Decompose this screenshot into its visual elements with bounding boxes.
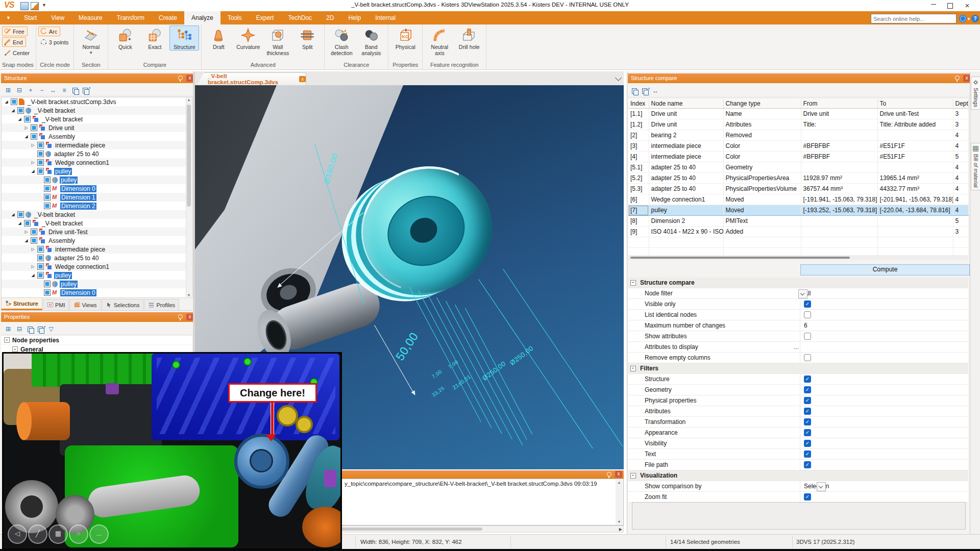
fit-width-icon[interactable]: ↔ <box>651 87 659 95</box>
expand-all-icon[interactable]: ⊞ <box>4 86 12 94</box>
checkbox-physical-properties[interactable]: ✓ <box>804 397 811 404</box>
collapse-selected-icon[interactable]: − <box>38 86 46 94</box>
ribbon-button-center[interactable]: Center <box>2 48 33 58</box>
setting-row-transformation[interactable]: Transformation✓ <box>628 417 968 428</box>
column-header-from[interactable]: From <box>801 99 877 109</box>
filter-icon[interactable]: ▽ <box>47 325 55 333</box>
column-header-node-name[interactable]: Node name <box>649 99 723 109</box>
ribbon-button-arc[interactable]: Arc <box>38 27 61 36</box>
tree-node-intermediate-piece[interactable]: ▷intermediate piece <box>2 141 186 149</box>
visibility-checkbox[interactable] <box>44 185 51 192</box>
expand-all-icon[interactable]: ⊞ <box>4 325 12 333</box>
checkbox-visibility[interactable]: ✓ <box>804 440 811 447</box>
tab-views[interactable]: Views <box>69 299 101 310</box>
tree-expander-icon[interactable]: ▷ <box>30 143 36 147</box>
checkbox-transformation[interactable]: ✓ <box>804 418 811 425</box>
checkbox-geometry[interactable]: ✓ <box>804 386 811 393</box>
tab-selections[interactable]: Selections <box>102 299 144 310</box>
tree-node-v-belt-bracket[interactable]: ◢_V-belt bracket <box>2 210 186 219</box>
ribbon-button-draft[interactable]: Draft <box>204 26 233 51</box>
overlay-ghost-button[interactable]: ╱ <box>28 524 47 544</box>
list-view-icon[interactable]: ≡ <box>60 86 68 94</box>
table-row[interactable]: [5.1]adapter 25 to 40Geometry4 <box>628 162 968 173</box>
checkbox-text[interactable]: ✓ <box>804 450 811 458</box>
visibility-checkbox[interactable] <box>37 263 44 270</box>
tree-node-dimension-0[interactable]: MDimension 0 <box>2 184 186 193</box>
visibility-checkbox[interactable] <box>37 159 44 166</box>
minimize-button[interactable] <box>926 1 941 10</box>
table-row[interactable]: [5.3]adapter 25 to 40PhysicalPropertiesV… <box>628 184 968 194</box>
table-row[interactable]: [1.1]Drive unitNameDrive unitDrive unit-… <box>628 109 968 119</box>
overlay-ghost-button[interactable]: ○ <box>69 524 88 544</box>
ribbon-button-drill-hole[interactable]: Drill hole <box>454 26 484 51</box>
ribbon-tab-help[interactable]: Help <box>341 11 368 24</box>
tree-node-dimension-1[interactable]: MDimension 1 <box>2 193 186 202</box>
tab-list-chevron-icon[interactable] <box>615 74 622 81</box>
visibility-checkbox[interactable] <box>11 98 17 105</box>
visibility-checkbox[interactable] <box>37 255 44 261</box>
collapse-all-icon[interactable]: ⊟ <box>15 86 23 94</box>
column-header-change-type[interactable]: Change type <box>723 99 801 109</box>
checkbox-appearance[interactable]: ✓ <box>804 429 811 436</box>
checkbox-structure[interactable]: ✓ <box>804 375 811 383</box>
settings-section-structure-compare[interactable]: Structure compare <box>628 278 968 288</box>
tree-node-v-belt-bracket[interactable]: ◢_V-belt bracket <box>2 106 186 115</box>
checkbox-attributes[interactable]: ✓ <box>804 408 811 415</box>
setting-row-show-attributes[interactable]: Show attributes <box>628 331 968 342</box>
setting-row-zoom-fit[interactable]: Zoom fit✓ <box>628 492 968 503</box>
collapse-icon[interactable] <box>630 366 636 371</box>
column-header-to[interactable]: To <box>877 99 953 109</box>
tree-node-pulley[interactable]: pulley <box>2 280 186 288</box>
visibility-checkbox[interactable] <box>31 124 37 131</box>
tree-expander-icon[interactable]: ◢ <box>4 99 9 104</box>
overlay-ghost-button[interactable]: ... <box>89 524 109 544</box>
compare-table-scrollbar[interactable] <box>628 255 968 260</box>
tree-node-dimension-2[interactable]: MDimension 2 <box>2 202 186 210</box>
ribbon-tab-measure[interactable]: Measure <box>71 11 110 24</box>
ribbon-button-3-points[interactable]: 3 points <box>38 37 72 47</box>
visibility-checkbox[interactable] <box>17 211 24 218</box>
app-menu-caret-icon[interactable]: ▼ <box>0 11 17 24</box>
setting-row-appearance[interactable]: Appearance✓ <box>628 428 968 438</box>
dropdown-node-filter[interactable] <box>798 289 807 298</box>
tab-profiles[interactable]: Profiles <box>144 299 179 310</box>
setting-row-remove-empty-columns[interactable]: Remove empty columns <box>628 353 968 363</box>
tree-node-pulley[interactable]: pulley <box>2 176 186 184</box>
settings-section-visualization[interactable]: Visualization <box>628 470 968 481</box>
globe-icon[interactable] <box>959 15 967 22</box>
setting-row-physical-properties[interactable]: Physical properties✓ <box>628 395 968 406</box>
document-tab[interactable]: _V-belt bracket.structComp.3dvs x <box>197 72 306 85</box>
compute-button[interactable]: Compute <box>800 264 970 276</box>
checkbox-visible-only[interactable]: ✓ <box>804 300 811 308</box>
maximize-button[interactable] <box>942 1 958 10</box>
tree-scrollbar[interactable]: ▲▼ <box>186 97 193 298</box>
close-icon[interactable]: x <box>615 471 622 478</box>
ribbon-button-curvature[interactable]: Curvature <box>233 26 263 51</box>
collapse-all-icon[interactable]: ⊟ <box>15 325 23 333</box>
visibility-checkbox[interactable] <box>44 177 51 183</box>
visibility-checkbox[interactable] <box>31 133 37 140</box>
setting-row-visible-only[interactable]: Visible only✓ <box>628 299 968 310</box>
visibility-checkbox[interactable] <box>24 116 31 122</box>
tree-node-v-belt-bracket[interactable]: ◢_V-belt bracket <box>2 115 186 123</box>
tree-expander-icon[interactable]: ◢ <box>17 117 22 121</box>
overlay-ghost-button[interactable]: ▦ <box>48 524 68 544</box>
tree-node-assembly[interactable]: ◢Assembly <box>2 236 186 245</box>
search-input[interactable] <box>871 14 957 23</box>
ribbon-tab-create[interactable]: Create <box>152 11 184 24</box>
visibility-checkbox[interactable] <box>44 203 51 209</box>
tree-node-pulley[interactable]: ◢pulley <box>2 167 186 176</box>
tree-node-assembly[interactable]: ◢Assembly <box>2 132 186 141</box>
pin-icon[interactable] <box>178 314 183 319</box>
ribbon-tab-expert[interactable]: Expert <box>249 11 281 24</box>
properties-section-node[interactable]: Node properties <box>1 336 192 344</box>
tab-pmi[interactable]: MPMI <box>43 299 69 310</box>
table-row[interactable]: [2]bearing 2Removed4 <box>628 130 968 141</box>
overlay-ghost-button[interactable]: ◁ <box>8 524 27 544</box>
setting-row-geometry[interactable]: Geometry✓ <box>628 385 968 395</box>
copy-icon[interactable] <box>28 327 33 332</box>
ribbon-button-neutral-axis[interactable]: Neutral axis <box>425 26 454 57</box>
pin-icon[interactable] <box>955 76 960 80</box>
tree-node-adapter-25-to-40[interactable]: adapter 25 to 40 <box>2 254 186 262</box>
ribbon-button-structure[interactable]: Structure <box>169 26 199 51</box>
